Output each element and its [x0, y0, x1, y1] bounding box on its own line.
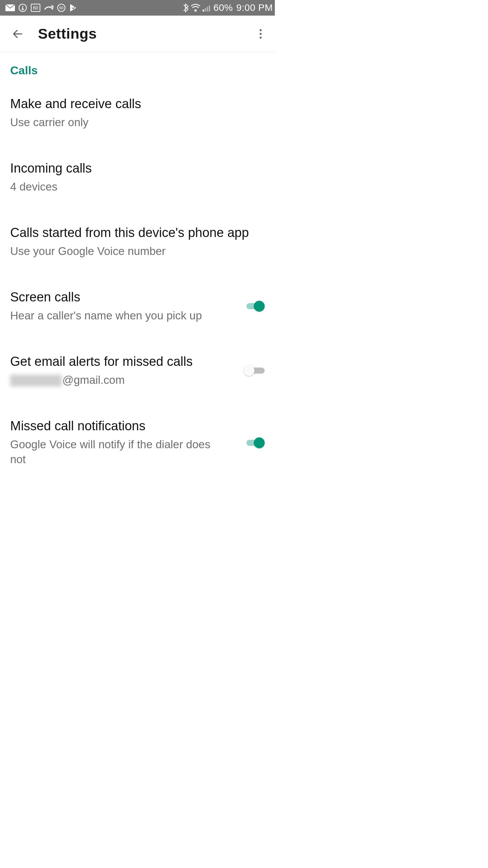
setting-subtitle: @gmail.com: [10, 373, 237, 388]
mail-icon: [5, 4, 15, 11]
setting-subtitle: 4 devices: [10, 179, 258, 195]
play-store-icon: [69, 3, 77, 12]
page-title: Settings: [38, 25, 97, 42]
battery-badge-text: 60: [30, 3, 41, 12]
cell-signal-icon: [203, 4, 211, 12]
app-bar: Settings: [0, 16, 275, 52]
email-suffix: @gmail.com: [62, 374, 125, 386]
more-vert-icon: [259, 29, 262, 39]
settings-content: Calls Make and receive calls Use carrier…: [0, 52, 275, 489]
bluetooth-icon: [182, 3, 188, 13]
setting-title: Screen calls: [10, 289, 237, 305]
email-alerts-toggle[interactable]: [244, 364, 265, 377]
overflow-menu-button[interactable]: [252, 26, 269, 42]
status-bar: 60 60 60% 9:00 PM: [0, 0, 275, 16]
battery-badge-icon: 60: [30, 3, 41, 12]
setting-title: Calls started from this device's phone a…: [10, 225, 258, 241]
wifi-icon: [190, 4, 201, 12]
section-header-calls: Calls: [10, 62, 265, 88]
svg-point-13: [260, 29, 262, 31]
setting-title: Incoming calls: [10, 160, 258, 177]
setting-title: Get email alerts for missed calls: [10, 354, 237, 370]
setting-screen-calls[interactable]: Screen calls Hear a caller's name when y…: [10, 282, 265, 331]
missed-call-notifications-toggle[interactable]: [244, 437, 265, 449]
battery-percent-text: 60%: [214, 2, 233, 13]
setting-subtitle: Use your Google Voice number: [10, 244, 258, 259]
screen-calls-toggle[interactable]: [244, 300, 265, 312]
status-bar-left: 60 60: [5, 3, 77, 12]
redacted-email-prefix: [10, 375, 62, 387]
setting-title: Make and receive calls: [10, 96, 258, 112]
setting-missed-call-notifications[interactable]: Missed call notifications Google Voice w…: [10, 411, 265, 475]
setting-calls-started-from-phone-app[interactable]: Calls started from this device's phone a…: [10, 217, 265, 267]
setting-subtitle: Google Voice will notify if the dialer d…: [10, 437, 217, 467]
svg-rect-8: [207, 7, 208, 12]
clock-text: 9:00 PM: [236, 2, 273, 13]
svg-marker-5: [70, 4, 76, 12]
status-bar-right: 60% 9:00 PM: [182, 2, 273, 13]
svg-point-15: [260, 37, 262, 39]
circle-badge-icon: 60: [57, 3, 66, 12]
missed-call-icon: [44, 4, 54, 12]
setting-email-alerts-missed-calls[interactable]: Get email alerts for missed calls @gmail…: [10, 346, 265, 396]
data-saver-icon: [18, 3, 27, 12]
svg-rect-6: [203, 9, 204, 12]
setting-make-receive-calls[interactable]: Make and receive calls Use carrier only: [10, 88, 265, 138]
svg-rect-9: [209, 5, 210, 12]
setting-subtitle: Hear a caller's name when you pick up: [10, 308, 237, 323]
arrow-back-icon: [12, 28, 24, 40]
setting-title: Missed call notifications: [10, 418, 237, 434]
back-button[interactable]: [9, 26, 26, 42]
svg-text:60: 60: [59, 6, 63, 10]
svg-point-14: [260, 33, 262, 35]
setting-subtitle: Use carrier only: [10, 115, 258, 130]
setting-incoming-calls[interactable]: Incoming calls 4 devices: [10, 153, 265, 202]
svg-rect-7: [205, 8, 206, 12]
